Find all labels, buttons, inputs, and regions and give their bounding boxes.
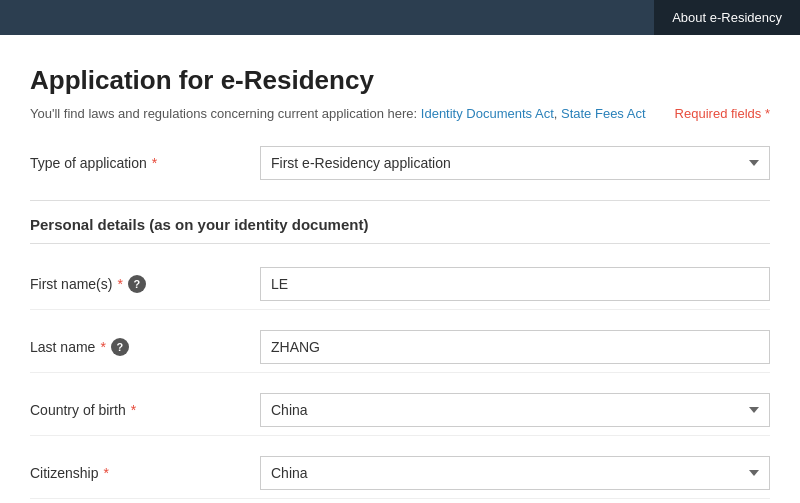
- type-of-application-label: Type of application *: [30, 155, 260, 171]
- citizenship-required: *: [103, 465, 108, 481]
- first-name-input-wrap: [260, 267, 770, 301]
- last-name-input-wrap: [260, 330, 770, 364]
- last-name-required: *: [100, 339, 105, 355]
- type-select-wrap: First e-Residency application Renewal ap…: [260, 146, 770, 180]
- top-navigation: About e-Residency: [0, 0, 800, 35]
- citizenship-label: Citizenship *: [30, 465, 260, 481]
- page-title: Application for e-Residency: [30, 65, 770, 96]
- section-divider-1: [30, 200, 770, 201]
- about-eresidency-nav[interactable]: About e-Residency: [654, 0, 800, 35]
- citizenship-row: Citizenship * China United States Estoni…: [30, 448, 770, 499]
- country-of-birth-row: Country of birth * China United States E…: [30, 385, 770, 436]
- country-of-birth-label: Country of birth *: [30, 402, 260, 418]
- identity-documents-act-link[interactable]: Identity Documents Act: [421, 106, 554, 121]
- citizenship-select-wrap: China United States Estonia Russia: [260, 456, 770, 490]
- last-name-row: Last name * ?: [30, 322, 770, 373]
- personal-details-section-title: Personal details (as on your identity do…: [30, 216, 770, 233]
- info-bar: You'll find laws and regulations concern…: [30, 106, 770, 121]
- country-of-birth-select-wrap: China United States Estonia Russia: [260, 393, 770, 427]
- info-text: You'll find laws and regulations concern…: [30, 106, 655, 121]
- first-name-required: *: [117, 276, 122, 292]
- type-of-application-select[interactable]: First e-Residency application Renewal ap…: [260, 146, 770, 180]
- country-of-birth-select[interactable]: China United States Estonia Russia: [260, 393, 770, 427]
- type-required-star: *: [152, 155, 157, 171]
- country-of-birth-required: *: [131, 402, 136, 418]
- last-name-label: Last name * ?: [30, 338, 260, 356]
- first-name-input[interactable]: [260, 267, 770, 301]
- citizenship-select[interactable]: China United States Estonia Russia: [260, 456, 770, 490]
- section-divider-2: [30, 243, 770, 244]
- state-fees-act-link[interactable]: State Fees Act: [561, 106, 646, 121]
- first-name-help-icon[interactable]: ?: [128, 275, 146, 293]
- first-name-row: First name(s) * ?: [30, 259, 770, 310]
- required-fields-label: Required fields *: [675, 106, 770, 121]
- first-name-label: First name(s) * ?: [30, 275, 260, 293]
- type-of-application-row: Type of application * First e-Residency …: [30, 146, 770, 180]
- info-prefix: You'll find laws and regulations concern…: [30, 106, 421, 121]
- last-name-input[interactable]: [260, 330, 770, 364]
- page-container: Application for e-Residency You'll find …: [0, 35, 800, 503]
- last-name-help-icon[interactable]: ?: [111, 338, 129, 356]
